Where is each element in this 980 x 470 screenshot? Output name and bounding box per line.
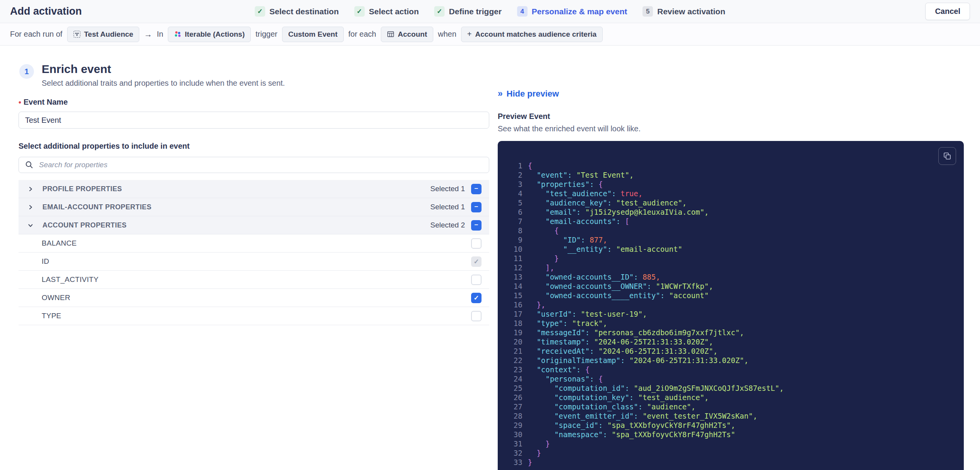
trigger-chip[interactable]: +Account matches audience criteria: [461, 27, 603, 42]
code-line-content: }: [528, 439, 550, 448]
plus-icon: +: [467, 30, 472, 39]
event-json-preview: 1{2 "event": "Test Event",3 "properties"…: [498, 141, 964, 470]
code-line-content: "email-accounts": [: [528, 217, 629, 226]
property-item-label: TYPE: [42, 312, 61, 320]
code-line: 17 "userId": "test-user-19",: [505, 309, 956, 319]
preview-subtitle: See what the enriched event will look li…: [498, 124, 964, 133]
copy-icon[interactable]: [938, 147, 956, 165]
property-group-row[interactable]: PROFILE PROPERTIESSelected 1−: [19, 180, 489, 198]
code-line: 30 "namespace": "spa_tXXbfoyvCkY8rF47ghH…: [505, 430, 956, 439]
stepper-step-5[interactable]: 5Review activation: [643, 6, 725, 17]
property-list: PROFILE PROPERTIESSelected 1−EMAIL-ACCOU…: [19, 180, 489, 325]
code-line-number: 11: [505, 254, 522, 263]
code-line-number: 25: [505, 383, 522, 393]
checkbox-checked[interactable]: ✓: [471, 293, 482, 303]
code-line-number: 13: [505, 272, 522, 282]
trigger-text: In: [157, 30, 163, 39]
trigger-chip[interactable]: Test Audience: [67, 27, 140, 42]
enrich-title: Enrich event: [42, 63, 285, 76]
search-icon: [25, 160, 34, 171]
checkbox-checked-disabled[interactable]: ✓: [471, 256, 482, 267]
page-title: Add activation: [10, 5, 82, 17]
code-line-content: "audience_key": "test_audience",: [528, 198, 687, 207]
property-item-label: LAST_ACTIVITY: [42, 275, 99, 284]
search-input[interactable]: [19, 157, 489, 173]
step-label: Define trigger: [449, 7, 502, 16]
step-done-check-icon: ✓: [354, 6, 365, 17]
property-item-row[interactable]: LAST_ACTIVITY: [19, 271, 489, 289]
trigger-chip-label: Test Audience: [84, 30, 133, 39]
audience-icon: [73, 31, 81, 38]
code-line-number: 10: [505, 244, 522, 254]
code-line: 12 ],: [505, 263, 956, 272]
code-line-content: }: [528, 254, 559, 263]
code-line-number: 8: [505, 226, 522, 235]
code-line-content: "receivedAt": "2024-06-25T21:31:33.020Z"…: [528, 346, 718, 356]
code-line-number: 22: [505, 356, 522, 365]
code-line-number: 20: [505, 337, 522, 346]
preview-panel: » Hide preview Preview Event See what th…: [498, 88, 964, 470]
code-line-content: "owned-accounts__ID": 885,: [528, 272, 660, 282]
property-group-row[interactable]: ACCOUNT PROPERTIESSelected 2−: [19, 216, 489, 234]
checkbox-unchecked[interactable]: [471, 275, 482, 285]
property-item-row[interactable]: TYPE: [19, 307, 489, 325]
enrich-step-header: 1 Enrich event Select additional traits …: [19, 63, 980, 88]
property-item-row[interactable]: ID✓: [19, 253, 489, 271]
stepper-step-1[interactable]: ✓Select destination: [255, 6, 339, 17]
code-line: 19 "messageId": "personas_cb6zdbo6im9g7x…: [505, 328, 956, 337]
code-line-content: }: [528, 448, 541, 458]
code-line: 6 "email": "j15i2ysedp@k1euxaIVia.com",: [505, 207, 956, 217]
stepper-step-3[interactable]: ✓Define trigger: [434, 6, 502, 17]
code-line-number: 5: [505, 198, 522, 207]
code-line-content: "timestamp": "2024-06-25T21:31:33.020Z",: [528, 337, 713, 346]
json-code: 1{2 "event": "Test Event",3 "properties"…: [505, 161, 956, 467]
chevron-right-icon: [28, 186, 33, 192]
code-line-number: 2: [505, 170, 522, 180]
hide-preview-link[interactable]: » Hide preview: [498, 88, 559, 99]
code-line-number: 17: [505, 309, 522, 319]
code-line: 28 "event_emitter_id": "event_tester_IVX…: [505, 411, 956, 421]
property-item-label: BALANCE: [42, 239, 77, 248]
code-line-content: "computation_key": "test_audience",: [528, 393, 709, 402]
checkbox-indeterminate[interactable]: −: [471, 220, 482, 231]
property-item-row[interactable]: BALANCE: [19, 234, 489, 253]
code-line-content: "messageId": "personas_cb6zdbo6im9g7xxf7…: [528, 328, 744, 337]
step-label: Personalize & map event: [532, 7, 627, 16]
stepper-step-2[interactable]: ✓Select action: [354, 6, 419, 17]
code-line-content: "email": "j15i2ysedp@k1euxaIVia.com",: [528, 207, 709, 217]
code-line-content: "personas": {: [528, 374, 603, 383]
trigger-chip[interactable]: Iterable (Actions): [168, 27, 251, 42]
code-line-content: "ID": 877,: [528, 235, 607, 244]
code-line-content: {: [528, 161, 532, 170]
code-line: 23 "context": {: [505, 365, 956, 374]
step-label: Review activation: [657, 7, 725, 16]
checkbox-unchecked[interactable]: [471, 311, 482, 321]
code-line-content: }: [528, 458, 532, 467]
chevron-right-icon: [28, 204, 33, 210]
step-done-check-icon: ✓: [255, 6, 265, 17]
property-item-row[interactable]: OWNER✓: [19, 289, 489, 307]
trigger-chip[interactable]: Custom Event: [282, 27, 344, 42]
event-name-input[interactable]: [19, 112, 489, 129]
code-line-number: 7: [505, 217, 522, 226]
code-line-number: 1: [505, 161, 522, 170]
code-line-content: ],: [528, 263, 554, 272]
code-line: 3 "properties": {: [505, 180, 956, 189]
trigger-chip-label: Account: [398, 30, 427, 39]
cancel-button[interactable]: Cancel: [925, 3, 970, 20]
stepper-step-4[interactable]: 4Personalize & map event: [517, 6, 627, 17]
selected-count-label: Selected 1: [430, 203, 465, 211]
code-line: 26 "computation_key": "test_audience",: [505, 393, 956, 402]
code-line: 4 "test_audience": true,: [505, 189, 956, 198]
checkbox-indeterminate[interactable]: −: [471, 202, 482, 212]
code-line: 14 "owned-accounts__OWNER": "1WCWrTXfkp"…: [505, 282, 956, 291]
checkbox-unchecked[interactable]: [471, 238, 482, 249]
checkbox-indeterminate[interactable]: −: [471, 184, 482, 194]
code-line: 13 "owned-accounts__ID": 885,: [505, 272, 956, 282]
trigger-chip[interactable]: Account: [381, 27, 433, 42]
trigger-text: for each: [348, 30, 376, 39]
trigger-chip-label: Account matches audience criteria: [475, 30, 596, 39]
code-line-number: 23: [505, 365, 522, 374]
property-group-row[interactable]: EMAIL-ACCOUNT PROPERTIESSelected 1−: [19, 198, 489, 216]
code-line-content: "userId": "test-user-19",: [528, 309, 647, 319]
